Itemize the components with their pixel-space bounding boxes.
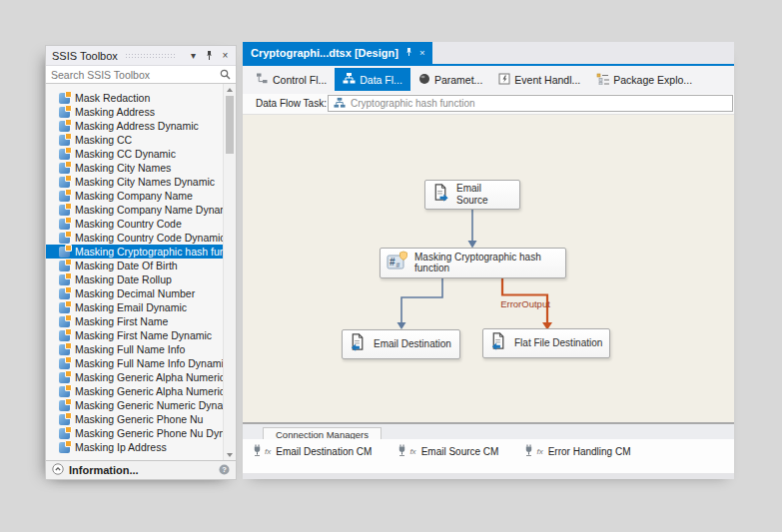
- search-icon[interactable]: [220, 66, 231, 84]
- connection-manager-label: Email Destination CM: [276, 446, 372, 457]
- connection-manager-label: Email Source CM: [421, 446, 499, 457]
- toolbox-item-selected[interactable]: Masking Cryptographic hash function: [46, 245, 236, 259]
- masking-city-names-dynamic-icon: [59, 177, 70, 188]
- collapse-chevron-icon[interactable]: [52, 461, 64, 479]
- toolbox-scrollbar[interactable]: [223, 84, 236, 461]
- toolbox-item-label: Masking CC: [75, 134, 132, 146]
- close-icon[interactable]: ×: [219, 49, 232, 62]
- connection-manager-email-source[interactable]: fx Email Source CM: [397, 444, 498, 459]
- masking-generic-phone-nu-icon: [59, 414, 70, 425]
- toolbox-item[interactable]: Masking Company Name Dynamic: [46, 203, 236, 217]
- masking-company-name-dynamic-icon: [59, 205, 70, 216]
- tab-label: Data Fl...: [360, 74, 402, 86]
- search-input[interactable]: [51, 69, 220, 81]
- visual-studio-shell: SSIS Toolbox ▾ × Mask Redaction Masking …: [0, 0, 782, 532]
- information-label: Information...: [69, 464, 139, 476]
- toolbox-item[interactable]: Masking Generic Phone Nu: [46, 412, 236, 426]
- connection-managers-tab-strip: Connection Managers: [243, 424, 734, 439]
- toolbox-item[interactable]: Masking First Name Dynamic: [46, 328, 236, 342]
- toolbox-item[interactable]: Masking Ip Address: [46, 440, 236, 454]
- scroll-up-icon[interactable]: [227, 88, 233, 92]
- connector-source-to-masking[interactable]: [468, 210, 477, 249]
- data-flow-task-combobox[interactable]: Cryptographic hash function: [328, 95, 733, 112]
- connection-managers-panel: Connection Managers fx Email Destination…: [243, 422, 734, 479]
- tab-parameters[interactable]: Paramet...: [410, 69, 490, 91]
- masking-company-name-icon: [59, 191, 70, 202]
- toolbox-item-label: Masking Email Dynamic: [75, 301, 187, 313]
- node-email-source[interactable]: Email Source: [424, 180, 520, 210]
- tab-event-handlers[interactable]: Event Handl...: [490, 69, 588, 91]
- toolbox-item[interactable]: Masking Generic Alpha Numeric Dyn...: [46, 384, 236, 398]
- toolbox-item[interactable]: Masking First Name: [46, 314, 236, 328]
- tab-data-flow[interactable]: Data Fl...: [335, 68, 410, 91]
- node-email-destination[interactable]: Email Destination: [342, 329, 460, 359]
- data-flow-design-surface[interactable]: ErrorOutput Email Source ## Masking Cryp…: [243, 115, 734, 423]
- toolbox-item[interactable]: Masking City Names Dynamic: [46, 175, 236, 189]
- scroll-down-icon[interactable]: [227, 453, 233, 457]
- help-icon[interactable]: ?: [219, 461, 230, 479]
- toolbox-item-label: Masking Generic Phone Nu Dynamic: [75, 427, 236, 439]
- document-tab-active[interactable]: Cryptographi...dtsx [Design] ×: [243, 42, 432, 64]
- masking-country-code-dynamic-icon: [59, 233, 70, 244]
- tab-label: Control Fl...: [273, 74, 327, 86]
- tab-control-flow[interactable]: Control Fl...: [248, 68, 335, 91]
- svg-text:#: #: [396, 262, 400, 268]
- connection-manager-email-destination[interactable]: fx Email Destination CM: [253, 444, 372, 459]
- toolbox-item[interactable]: Masking Date Rollup: [46, 272, 236, 286]
- toolbox-item-label: Masking First Name Dynamic: [75, 329, 212, 341]
- toolbox-item-label: Masking Country Code: [75, 218, 182, 230]
- pin-icon[interactable]: [404, 47, 413, 59]
- connector-masking-to-email-destination[interactable]: [397, 278, 443, 329]
- toolbox-item-label: Masking Ip Address: [75, 441, 167, 453]
- fx-icon: fx: [409, 447, 415, 456]
- masking-decimal-number-icon: [59, 288, 70, 299]
- node-label: Flat File Destination: [514, 337, 602, 349]
- toolbox-title-bar: SSIS Toolbox ▾ ×: [46, 46, 236, 66]
- close-icon[interactable]: ×: [419, 47, 425, 58]
- node-masking-cryptographic-hash-function[interactable]: ## Masking Cryptographic hash function: [380, 248, 566, 278]
- connection-manager-error-handling[interactable]: fx Error Handling CM: [524, 444, 630, 459]
- toolbox-item[interactable]: Masking Full Name Info: [46, 342, 236, 356]
- toolbox-item-label: Masking CC Dynamic: [75, 148, 176, 160]
- toolbox-item[interactable]: Masking Date Of Birth: [46, 259, 236, 272]
- destination-icon: [489, 331, 508, 355]
- toolbox-item[interactable]: Masking Company Name: [46, 189, 236, 203]
- window-position-chevron-icon[interactable]: ▾: [187, 49, 200, 62]
- scrollbar-thumb[interactable]: [226, 96, 234, 154]
- toolbox-item[interactable]: Masking Email Dynamic: [46, 300, 236, 314]
- tab-package-explorer[interactable]: Package Explo...: [588, 69, 700, 91]
- toolbox-item[interactable]: Masking Generic Phone Nu Dynamic: [46, 426, 236, 440]
- mask-redaction-icon: [59, 93, 70, 104]
- toolbox-search-box: [46, 66, 236, 84]
- toolbox-item[interactable]: Masking CC: [46, 133, 236, 147]
- drag-grip[interactable]: [125, 53, 177, 59]
- toolbox-item[interactable]: Masking Country Code Dynamic: [46, 231, 236, 245]
- toolbox-item-label: Masking Generic Alpha Numeric: [75, 371, 225, 383]
- information-bar[interactable]: Information... ?: [46, 460, 236, 479]
- toolbox-item[interactable]: Masking Generic Alpha Numeric: [46, 370, 236, 384]
- hash-mask-icon: ##: [387, 251, 408, 274]
- masking-generic-numeric-dynamic-icon: [59, 400, 70, 411]
- toolbox-item[interactable]: Masking Decimal Number: [46, 286, 236, 300]
- toolbox-item-list: Mask Redaction Masking Address Masking A…: [46, 84, 236, 461]
- fx-icon: fx: [265, 447, 271, 456]
- connection-manager-label: Error Handling CM: [548, 446, 631, 457]
- document-tab-strip: Cryptographi...dtsx [Design] ×: [243, 42, 734, 66]
- node-flat-file-destination[interactable]: Flat File Destination: [482, 328, 610, 358]
- data-flow-icon: [334, 97, 346, 111]
- toolbox-item[interactable]: Masking Address: [46, 105, 236, 119]
- toolbox-item[interactable]: Masking City Names: [46, 161, 236, 175]
- connection-managers-footer: [243, 473, 734, 479]
- toolbox-item[interactable]: Masking CC Dynamic: [46, 147, 236, 161]
- masking-address-dynamic-icon: [59, 121, 70, 132]
- toolbox-item-label: Masking Company Name Dynamic: [75, 204, 236, 216]
- toolbox-item[interactable]: Masking Address Dynamic: [46, 119, 236, 133]
- toolbox-item[interactable]: Masking Full Name Info Dynamic: [46, 356, 236, 370]
- toolbox-item[interactable]: Masking Country Code: [46, 217, 236, 231]
- toolbox-item-label: Masking Cryptographic hash function: [75, 246, 236, 258]
- pin-icon[interactable]: [203, 49, 216, 62]
- toolbox-item[interactable]: Masking Generic Numeric Dynamic: [46, 398, 236, 412]
- svg-text:#: #: [390, 257, 395, 267]
- svg-text:?: ?: [222, 465, 227, 474]
- toolbox-item[interactable]: Mask Redaction: [46, 91, 236, 105]
